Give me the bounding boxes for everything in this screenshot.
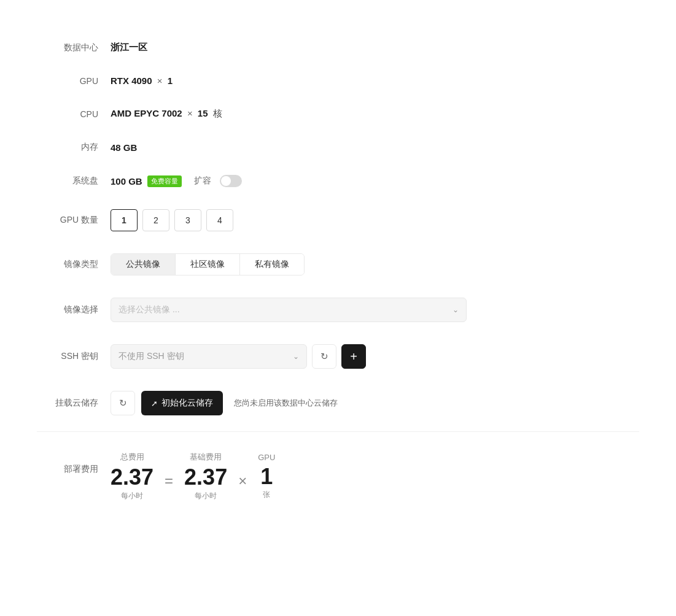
storage-refresh-button[interactable]: ↻ (111, 391, 135, 415)
qty-btn-4[interactable]: 4 (206, 209, 233, 231)
gpu-cost-block: GPU 1 张 (258, 453, 275, 501)
image-select-label: 镜像选择 (37, 304, 111, 315)
cpu-value: AMD EPYC 7002 × 15 核 (111, 108, 222, 120)
memory-value: 48 GB (111, 142, 137, 153)
cpu-label: CPU (37, 109, 111, 119)
base-cost-title: 基础费用 (190, 452, 222, 463)
cost-content: 总费用 2.37 每小时 = 基础费用 2.37 每小时 × GPU 1 张 (111, 452, 275, 501)
tab-community-image[interactable]: 社区镜像 (176, 254, 240, 275)
total-cost-block: 总费用 2.37 每小时 (111, 452, 153, 501)
cloud-storage-value: ↻ ➚ 初始化云储存 您尚未启用该数据中心云储存 (111, 391, 338, 415)
gpu-multiplier: × (157, 75, 163, 86)
base-cost-unit: 每小时 (195, 491, 217, 501)
external-link-icon: ➚ (151, 399, 158, 408)
datacenter-text: 浙江一区 (111, 42, 147, 53)
ssh-key-value: 不使用 SSH 密钥 ⌄ ↻ + (111, 344, 366, 369)
cpu-count: 15 (198, 108, 208, 118)
cost-label: 部署费用 (37, 452, 111, 475)
chevron-down-icon: ⌄ (453, 306, 459, 314)
refresh-icon: ↻ (321, 351, 328, 362)
gpu-quantity-label: GPU 数量 (37, 215, 111, 226)
image-type-tabs: 公共镜像 社区镜像 私有镜像 (111, 253, 305, 275)
gpu-value: RTX 4090 × 1 (111, 75, 173, 86)
expand-toggle[interactable] (220, 175, 242, 187)
gpu-quantity-group: 1 2 3 4 (111, 209, 238, 231)
image-type-label: 镜像类型 (37, 259, 111, 270)
chevron-down-icon: ⌄ (293, 352, 299, 361)
page-container: 数据中心 浙江一区 GPU RTX 4090 × 1 CPU AMD EPYC … (0, 0, 676, 547)
cpu-row: CPU AMD EPYC 7002 × 15 核 (0, 97, 676, 131)
qty-btn-2[interactable]: 2 (142, 209, 169, 231)
storage-warning: 您尚未启用该数据中心云储存 (234, 398, 338, 409)
system-disk-value: 100 GB 免费容量 扩容 (111, 175, 242, 187)
gpu-cost-number: 1 (260, 464, 273, 489)
total-cost-unit: 每小时 (121, 491, 143, 501)
cpu-unit: 核 (213, 108, 222, 118)
gpu-cost-unit: 张 (263, 490, 270, 500)
datacenter-row: 数据中心 浙江一区 (0, 31, 676, 64)
gpu-count: 1 (168, 75, 173, 86)
plus-icon: + (350, 350, 357, 364)
ssh-refresh-button[interactable]: ↻ (312, 344, 336, 369)
tab-public-image[interactable]: 公共镜像 (111, 254, 176, 275)
system-disk-size: 100 GB (111, 176, 142, 187)
gpu-model: RTX 4090 (111, 75, 152, 86)
base-cost-block: 基础费用 2.37 每小时 (184, 452, 227, 501)
multiply-operator: × (235, 472, 251, 490)
tab-private-image[interactable]: 私有镜像 (240, 254, 304, 275)
cpu-model: AMD EPYC 7002 (111, 108, 182, 118)
system-disk-row: 系统盘 100 GB 免费容量 扩容 (0, 164, 676, 198)
image-select-value: 选择公共镜像 ... ⌄ (111, 298, 467, 322)
image-select-row: 镜像选择 选择公共镜像 ... ⌄ (0, 287, 676, 333)
cost-section: 部署费用 总费用 2.37 每小时 = 基础费用 2.37 每小时 × (0, 437, 676, 516)
system-disk-label: 系统盘 (37, 175, 111, 187)
gpu-quantity-row: GPU 数量 1 2 3 4 (0, 198, 676, 242)
expand-label: 扩容 (194, 175, 211, 187)
image-select-dropdown[interactable]: 选择公共镜像 ... ⌄ (111, 298, 467, 322)
qty-btn-1[interactable]: 1 (111, 209, 138, 231)
memory-label: 内存 (37, 142, 111, 153)
memory-row: 内存 48 GB (0, 131, 676, 164)
gpu-label: GPU (37, 76, 111, 86)
gpu-row: GPU RTX 4090 × 1 (0, 64, 676, 97)
datacenter-value: 浙江一区 (111, 42, 147, 53)
cpu-multiplier: × (187, 108, 193, 118)
equals-operator: = (161, 472, 177, 490)
ssh-key-row: SSH 密钥 不使用 SSH 密钥 ⌄ ↻ + (0, 333, 676, 380)
free-badge: 免费容量 (147, 175, 182, 187)
total-cost-title: 总费用 (120, 452, 144, 463)
form-section: 数据中心 浙江一区 GPU RTX 4090 × 1 CPU AMD EPYC … (0, 18, 676, 528)
datacenter-label: 数据中心 (37, 42, 111, 53)
divider (37, 431, 639, 432)
total-cost-number: 2.37 (111, 465, 153, 490)
ssh-key-placeholder: 不使用 SSH 密钥 (118, 351, 184, 362)
ssh-add-button[interactable]: + (341, 344, 366, 369)
gpu-text: RTX 4090 × 1 (111, 75, 173, 86)
gpu-cost-title: GPU (258, 453, 275, 462)
base-cost-number: 2.37 (184, 465, 227, 490)
qty-btn-3[interactable]: 3 (174, 209, 201, 231)
cloud-storage-row: 挂载云储存 ↻ ➚ 初始化云储存 您尚未启用该数据中心云储存 (0, 380, 676, 426)
ssh-key-label: SSH 密钥 (37, 351, 111, 362)
image-select-placeholder: 选择公共镜像 ... (118, 304, 180, 315)
init-storage-button[interactable]: ➚ 初始化云储存 (141, 391, 223, 415)
image-type-value: 公共镜像 社区镜像 私有镜像 (111, 253, 305, 275)
cpu-text: AMD EPYC 7002 × 15 核 (111, 108, 222, 120)
init-storage-label: 初始化云储存 (161, 398, 213, 409)
cloud-storage-label: 挂载云储存 (37, 398, 111, 409)
ssh-key-select[interactable]: 不使用 SSH 密钥 ⌄ (111, 344, 307, 369)
refresh-icon: ↻ (119, 398, 127, 409)
memory-text: 48 GB (111, 142, 137, 153)
image-type-row: 镜像类型 公共镜像 社区镜像 私有镜像 (0, 242, 676, 287)
